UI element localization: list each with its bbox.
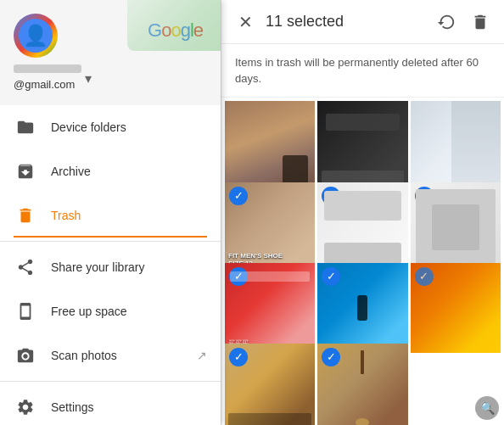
photo-grid: ✓ ✓ ✓ ✓ FIT MEN'S SHOESIZE 12 ✓ ✓: [221, 98, 504, 425]
sidebar-item-label: Device folders: [51, 120, 126, 134]
nav-divider: [0, 241, 221, 242]
phone-icon: [14, 299, 37, 323]
photo-item-3[interactable]: ✓: [411, 101, 501, 191]
nav-divider-2: [0, 381, 221, 382]
profile-email-info: @gmail.com: [14, 64, 81, 92]
selected-count-label: 11 selected: [266, 13, 433, 31]
profile-area: 👤 Google @gmail.com ▾: [0, 0, 221, 105]
warning-text: Items in trash will be permanently delet…: [235, 56, 479, 85]
toolbar-actions: [433, 8, 494, 36]
sidebar-item-label: Trash: [51, 209, 81, 222]
profile-email-row[interactable]: @gmail.com ▾: [14, 64, 207, 92]
trash-warning-banner: Items in trash will be permanently delet…: [221, 44, 504, 98]
sidebar-item-scan-photos[interactable]: Scan photos ↗: [0, 333, 221, 377]
profile-name-blurred: [14, 64, 81, 73]
photo-item-5[interactable]: ✓: [317, 182, 407, 272]
nav-list: Device folders Archive Trash Share your …: [0, 105, 221, 425]
sidebar-item-device-folders[interactable]: Device folders: [0, 105, 221, 149]
photo-item-2[interactable]: ✓: [317, 101, 407, 191]
photo-item-1[interactable]: ✓: [225, 101, 315, 191]
photo-checkmark-11: ✓: [322, 348, 340, 366]
avatar[interactable]: 👤: [14, 14, 58, 58]
sidebar-item-share-library[interactable]: Share your library: [0, 245, 221, 289]
photo-item-11[interactable]: ✓: [317, 344, 407, 425]
archive-icon: [14, 159, 37, 183]
sidebar-item-trash[interactable]: Trash: [0, 193, 221, 238]
folder-icon: [14, 115, 37, 139]
sidebar-item-label: Archive: [51, 165, 91, 178]
avatar-inner: 👤: [19, 19, 53, 53]
map-background: [127, 0, 221, 51]
delete-button[interactable]: [467, 8, 494, 36]
sidebar-item-free-up-space[interactable]: Free up space: [0, 289, 221, 333]
close-selection-button[interactable]: ✕: [232, 8, 259, 36]
photo-item-9[interactable]: ✓: [411, 263, 501, 353]
photo-checkmark-8: ✓: [322, 267, 340, 286]
photo-item-7[interactable]: ✓ 买买买: [225, 263, 315, 353]
main-content: ✕ 11 selected Items in trash will be per…: [221, 0, 504, 425]
scan-icon: [14, 344, 37, 367]
photo-item-8[interactable]: ✓: [317, 263, 407, 353]
photo-item-4[interactable]: ✓ FIT MEN'S SHOESIZE 12: [225, 182, 315, 272]
profile-email: @gmail.com: [14, 78, 75, 91]
share-icon: [14, 255, 37, 279]
sidebar-item-archive[interactable]: Archive: [0, 149, 221, 193]
dropdown-arrow-icon[interactable]: ▾: [85, 70, 92, 87]
sidebar-item-label: Scan photos: [51, 349, 117, 362]
restore-button[interactable]: [433, 8, 460, 36]
photo-checkmark-10: ✓: [229, 348, 248, 366]
gear-icon: [14, 395, 37, 419]
avatar-icon: 👤: [23, 24, 48, 48]
photo-checkmark-4: ✓: [229, 187, 248, 205]
photo-item-10[interactable]: ✓: [225, 344, 315, 425]
selection-toolbar: ✕ 11 selected: [221, 0, 504, 44]
sidebar-item-settings[interactable]: Settings: [0, 385, 221, 425]
external-link-icon: ↗: [197, 349, 207, 362]
sidebar-item-label: Settings: [51, 400, 94, 414]
search-scroll-indicator[interactable]: 🔍: [475, 396, 499, 420]
photo-item-6[interactable]: ✓: [411, 182, 501, 272]
trash-icon: [14, 204, 37, 227]
sidebar-item-label: Free up space: [51, 305, 127, 318]
sidebar-item-label: Share your library: [51, 260, 145, 274]
drawer-panel: 👤 Google @gmail.com ▾ Device folders: [0, 0, 221, 425]
